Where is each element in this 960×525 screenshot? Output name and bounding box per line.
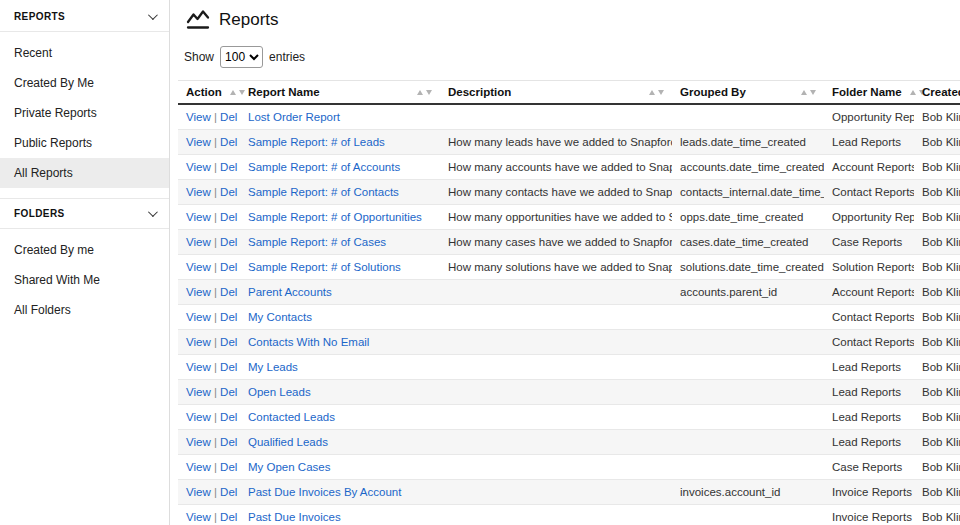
report-name-cell: Past Due Invoices xyxy=(240,505,440,525)
table-row: View | DelSample Report: # of ContactsHo… xyxy=(178,180,960,205)
column-header-action[interactable]: Action xyxy=(178,81,240,105)
del-link[interactable]: Del xyxy=(220,236,237,248)
report-name-link[interactable]: Past Due Invoices By Account xyxy=(248,486,401,498)
column-label: Grouped By xyxy=(680,86,746,98)
created-by-cell: Bob Kline xyxy=(914,380,960,405)
sidebar-item-created-by-me[interactable]: Created By me xyxy=(0,235,169,265)
grouped-by-cell xyxy=(672,430,824,455)
view-link[interactable]: View xyxy=(186,136,211,148)
view-link[interactable]: View xyxy=(186,411,211,423)
view-link[interactable]: View xyxy=(186,236,211,248)
description-cell: How many solutions have we added to Snap… xyxy=(440,255,672,280)
report-name-link[interactable]: My Contacts xyxy=(248,311,312,323)
del-link[interactable]: Del xyxy=(220,336,237,348)
sidebar-item-created-by-me[interactable]: Created By Me xyxy=(0,68,169,98)
report-name-link[interactable]: Past Due Invoices xyxy=(248,511,341,523)
report-name-link[interactable]: Sample Report: # of Contacts xyxy=(248,186,399,198)
sidebar-item-shared-with-me[interactable]: Shared With Me xyxy=(0,265,169,295)
sort-down-icon xyxy=(810,90,816,95)
del-link[interactable]: Del xyxy=(220,436,237,448)
report-name-link[interactable]: Qualified Leads xyxy=(248,436,328,448)
del-link[interactable]: Del xyxy=(220,211,237,223)
column-header-grouped-by[interactable]: Grouped By xyxy=(672,81,824,105)
del-link[interactable]: Del xyxy=(220,511,237,523)
sort-up-icon xyxy=(649,90,655,95)
sidebar-item-recent[interactable]: Recent xyxy=(0,38,169,68)
del-link[interactable]: Del xyxy=(220,286,237,298)
view-link[interactable]: View xyxy=(186,161,211,173)
sidebar-item-private-reports[interactable]: Private Reports xyxy=(0,98,169,128)
view-link[interactable]: View xyxy=(186,111,211,123)
column-label: Report Name xyxy=(248,86,320,98)
report-name-link[interactable]: Sample Report: # of Solutions xyxy=(248,261,401,273)
del-link[interactable]: Del xyxy=(220,486,237,498)
del-link[interactable]: Del xyxy=(220,386,237,398)
view-link[interactable]: View xyxy=(186,511,211,523)
action-cell: View | Del xyxy=(178,305,240,330)
sidebar-item-all-reports[interactable]: All Reports xyxy=(0,158,169,188)
created-by-cell: Bob Kline xyxy=(914,230,960,255)
column-header-report-name[interactable]: Report Name xyxy=(240,81,440,105)
action-cell: View | Del xyxy=(178,480,240,505)
column-header-description[interactable]: Description xyxy=(440,81,672,105)
view-link[interactable]: View xyxy=(186,361,211,373)
report-name-link[interactable]: My Open Cases xyxy=(248,461,330,473)
entries-select[interactable]: 100 xyxy=(220,46,263,68)
description-cell: How many cases have we added to Snapforc… xyxy=(440,230,672,255)
report-name-link[interactable]: Contacted Leads xyxy=(248,411,335,423)
report-name-link[interactable]: Sample Report: # of Cases xyxy=(248,236,386,248)
view-link[interactable]: View xyxy=(186,311,211,323)
column-header-inner: Action xyxy=(186,86,232,98)
report-name-cell: Sample Report: # of Cases xyxy=(240,230,440,255)
del-link[interactable]: Del xyxy=(220,461,237,473)
view-link[interactable]: View xyxy=(186,211,211,223)
sidebar-section-header-folders[interactable]: FOLDERS xyxy=(0,199,169,229)
del-link[interactable]: Del xyxy=(220,311,237,323)
report-name-cell: Lost Order Report xyxy=(240,104,440,130)
column-header-folder-name[interactable]: Folder Name xyxy=(824,81,914,105)
action-separator: | xyxy=(211,511,220,523)
action-cell: View | Del xyxy=(178,430,240,455)
view-link[interactable]: View xyxy=(186,186,211,198)
description-cell xyxy=(440,355,672,380)
view-link[interactable]: View xyxy=(186,386,211,398)
table-row: View | DelSample Report: # of AccountsHo… xyxy=(178,155,960,180)
sort-up-icon xyxy=(230,90,236,95)
sidebar-item-all-folders[interactable]: All Folders xyxy=(0,295,169,325)
del-link[interactable]: Del xyxy=(220,111,237,123)
sidebar-item-public-reports[interactable]: Public Reports xyxy=(0,128,169,158)
sort-icon xyxy=(649,90,664,95)
report-name-link[interactable]: Contacts With No Email xyxy=(248,336,369,348)
report-name-link[interactable]: Sample Report: # of Opportunities xyxy=(248,211,422,223)
view-link[interactable]: View xyxy=(186,461,211,473)
del-link[interactable]: Del xyxy=(220,411,237,423)
report-name-link[interactable]: Parent Accounts xyxy=(248,286,332,298)
report-name-link[interactable]: My Leads xyxy=(248,361,298,373)
report-name-link[interactable]: Sample Report: # of Accounts xyxy=(248,161,400,173)
del-link[interactable]: Del xyxy=(220,136,237,148)
table-row: View | DelContacts With No EmailContact … xyxy=(178,330,960,355)
grouped-by-cell xyxy=(672,355,824,380)
view-link[interactable]: View xyxy=(186,336,211,348)
show-label: Show xyxy=(184,50,214,64)
view-link[interactable]: View xyxy=(186,286,211,298)
view-link[interactable]: View xyxy=(186,486,211,498)
del-link[interactable]: Del xyxy=(220,186,237,198)
action-cell: View | Del xyxy=(178,130,240,155)
report-name-link[interactable]: Sample Report: # of Leads xyxy=(248,136,385,148)
action-cell: View | Del xyxy=(178,355,240,380)
created-by-cell: Bob Kline xyxy=(914,505,960,525)
del-link[interactable]: Del xyxy=(220,161,237,173)
del-link[interactable]: Del xyxy=(220,261,237,273)
action-separator: | xyxy=(211,286,220,298)
action-separator: | xyxy=(211,211,220,223)
report-name-link[interactable]: Open Leads xyxy=(248,386,311,398)
report-name-link[interactable]: Lost Order Report xyxy=(248,111,340,123)
report-name-cell: Open Leads xyxy=(240,380,440,405)
sidebar-section-header-reports[interactable]: REPORTS xyxy=(0,2,169,32)
folder-name-cell: Contact Reports xyxy=(824,180,914,205)
view-link[interactable]: View xyxy=(186,436,211,448)
action-cell: View | Del xyxy=(178,380,240,405)
del-link[interactable]: Del xyxy=(220,361,237,373)
view-link[interactable]: View xyxy=(186,261,211,273)
